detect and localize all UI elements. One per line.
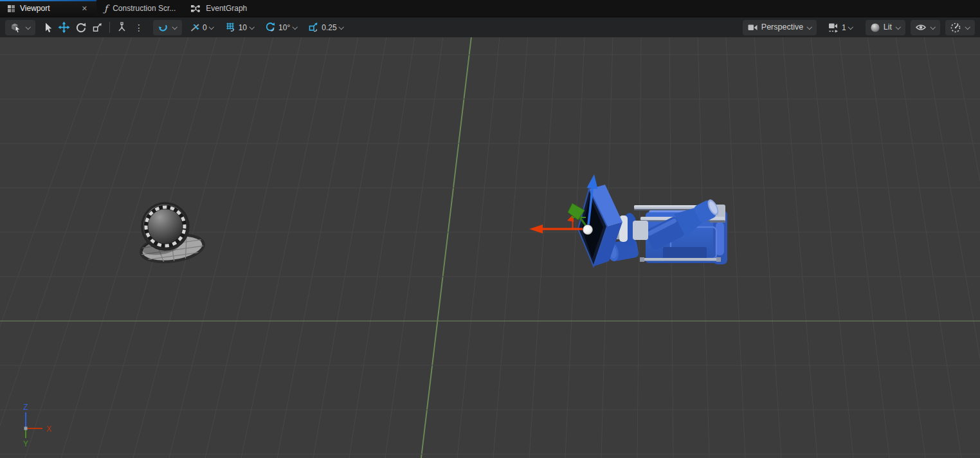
chevron-down-icon (172, 24, 177, 30)
snap-2d-layer-button[interactable]: 0 (187, 20, 217, 35)
grid-snap-button[interactable]: 10 (222, 20, 257, 35)
chevron-down-icon (930, 24, 936, 30)
tab-construction-script[interactable]: ƒ Construction Scr... (96, 0, 183, 17)
viewport-canvas[interactable]: Z X Y (0, 0, 980, 458)
perspective-dropdown[interactable]: Perspective (743, 20, 817, 35)
tab-eventgraph[interactable]: EventGraph (183, 0, 255, 17)
snap-rotate-icon (158, 23, 168, 33)
axis-label-y: Y (23, 439, 28, 448)
perspective-label: Perspective (761, 23, 803, 32)
scale-tool-icon (92, 22, 103, 33)
view-mode-label: Lit (884, 23, 892, 32)
rotate-tool-icon (75, 22, 87, 33)
scale-snap-button[interactable]: 0.25 (305, 20, 347, 35)
chevron-down-icon (848, 24, 854, 30)
camera-speed-button[interactable]: 1 (826, 20, 857, 35)
toolbar-divider (109, 22, 110, 33)
tab-bar: Viewport ✕ ƒ Construction Scr... EventGr… (0, 0, 980, 17)
chevron-down-icon (806, 24, 812, 30)
cube-cursor-icon (10, 22, 22, 33)
tab-label: Viewport (20, 4, 50, 13)
select-mode-dropdown[interactable] (5, 20, 35, 35)
scale-tool-button[interactable] (89, 20, 105, 35)
scale-snap-value: 0.25 (322, 24, 336, 32)
grid-snap-icon (225, 22, 237, 33)
billboard-sphere (142, 203, 188, 250)
chevron-down-icon (25, 24, 31, 30)
close-icon[interactable]: ✕ (80, 5, 89, 13)
rotate-tool-button[interactable] (73, 20, 89, 35)
eye-icon (915, 23, 927, 32)
chevron-down-icon (339, 24, 345, 30)
chevron-down-icon (292, 24, 298, 30)
coordinate-space-toggle[interactable] (114, 20, 130, 35)
toolbar-left: ⋮ 0 (5, 20, 347, 35)
gizmo-axis-z-head[interactable] (587, 174, 598, 189)
viewport-toolbar: ⋮ 0 (0, 17, 980, 37)
gauge-icon (950, 22, 961, 33)
tab-viewport[interactable]: Viewport ✕ (0, 0, 96, 17)
scalability-settings-dropdown[interactable] (945, 20, 975, 35)
cursor-arrow-icon (42, 22, 53, 33)
move-tool-button[interactable] (55, 20, 73, 35)
lit-sphere-icon (870, 23, 880, 33)
2d-layer-snap-icon (190, 23, 201, 33)
camera-speed-value: 1 (842, 24, 846, 32)
move-tool-icon (58, 21, 70, 33)
chevron-down-icon (209, 24, 215, 30)
blueprint-editor-viewport-window: Viewport ✕ ƒ Construction Scr... EventGr… (0, 0, 980, 458)
snap-2d-value: 0 (203, 24, 207, 32)
chevron-down-icon (249, 24, 255, 30)
scale-snap-icon (308, 22, 320, 33)
gizmo-center-ball[interactable] (583, 225, 593, 235)
rotation-snap-icon (265, 22, 277, 33)
camera-speed-icon (828, 22, 840, 33)
toolbar-right: Perspective 1 (743, 20, 975, 35)
tab-label: Construction Scr... (113, 4, 176, 13)
rotation-snap-value: 10° (278, 24, 290, 32)
camera-view-icon (747, 22, 758, 33)
show-flags-dropdown[interactable] (911, 20, 940, 35)
select-tool-button[interactable] (39, 20, 55, 35)
function-icon: ƒ (104, 4, 107, 13)
cine-camera-actor[interactable] (578, 185, 727, 266)
tab-label: EventGraph (206, 4, 247, 13)
ellipsis-icon: ⋮ (132, 23, 145, 33)
node-graph-icon (191, 5, 201, 13)
chevron-down-icon (965, 24, 970, 30)
rotation-snap-button[interactable]: 10° (262, 20, 300, 35)
local-space-gizmo-icon (116, 22, 127, 33)
chevron-down-icon (895, 24, 901, 30)
view-mode-dropdown[interactable]: Lit (866, 20, 905, 35)
gizmo-options-button[interactable]: ⋮ (130, 20, 148, 35)
grid-snap-value: 10 (239, 24, 247, 32)
axis-label-x: X (46, 425, 51, 434)
axis-label-z: Z (23, 403, 28, 412)
surface-snapping-dropdown[interactable] (153, 20, 182, 35)
viewport-grid-icon (8, 5, 15, 12)
scene-root-billboard[interactable] (138, 203, 208, 266)
